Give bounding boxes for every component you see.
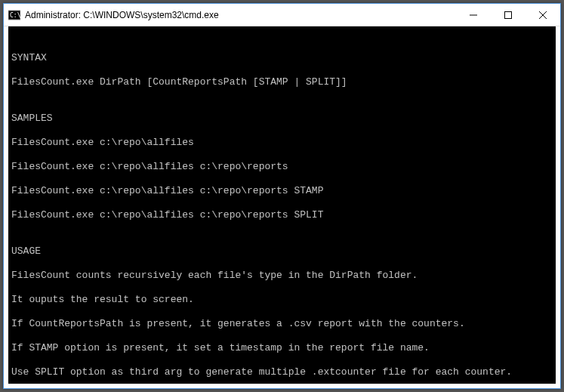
- output-line: FilesCount.exe c:\repo\allfiles c:\repo\…: [11, 209, 553, 221]
- output-line: FilesCount.exe c:\repo\allfiles: [11, 137, 553, 149]
- output-line: If STAMP option is present, it set a tim…: [11, 342, 553, 354]
- output-line: Use SPLIT option as third arg to generat…: [11, 366, 553, 378]
- close-button[interactable]: [525, 4, 560, 26]
- svg-text:C:\: C:\: [10, 12, 20, 19]
- cmd-icon: C:\: [8, 9, 20, 21]
- output-line: SAMPLES: [11, 113, 553, 125]
- output-line: FilesCount.exe c:\repo\allfiles c:\repo\…: [11, 161, 553, 173]
- cmd-window: C:\ Administrator: C:\WINDOWS\system32\c…: [3, 3, 561, 389]
- window-title: Administrator: C:\WINDOWS\system32\cmd.e…: [25, 10, 456, 20]
- output-line: SYNTAX: [11, 52, 553, 64]
- window-controls: [456, 4, 560, 26]
- terminal-output[interactable]: SYNTAX FilesCount.exe DirPath [CountRepo…: [8, 26, 556, 384]
- maximize-button[interactable]: [491, 4, 525, 26]
- titlebar[interactable]: C:\ Administrator: C:\WINDOWS\system32\c…: [4, 4, 560, 26]
- output-line: USAGE: [11, 245, 553, 258]
- output-line: FilesCount.exe c:\repo\allfiles c:\repo\…: [11, 185, 553, 197]
- svg-rect-3: [505, 11, 512, 18]
- output-line: FilesCount.exe DirPath [CountReportsPath…: [11, 76, 553, 88]
- minimize-button[interactable]: [456, 4, 491, 26]
- output-line: It ouputs the result to screen.: [11, 294, 553, 306]
- output-line: If CountReportsPath is present, it gener…: [11, 318, 553, 330]
- output-line: FilesCount counts recursively each file'…: [11, 270, 553, 282]
